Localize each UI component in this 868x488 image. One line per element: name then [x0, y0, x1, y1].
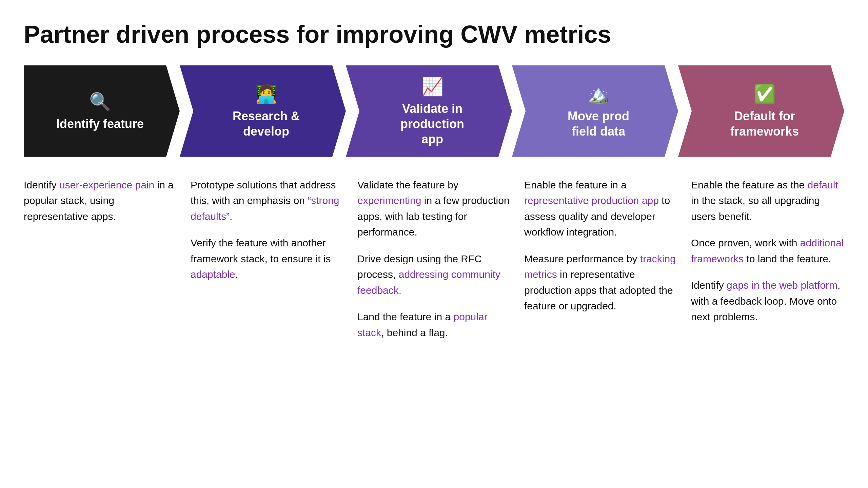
link-text: tracking metrics — [524, 253, 676, 280]
link-text: “strong defaults” — [191, 195, 339, 222]
link-text: adaptable — [191, 269, 235, 280]
paragraph-1-1: Verify the feature with another framewor… — [191, 235, 344, 283]
content-col-0: Identify user-experience pain in a popul… — [24, 177, 191, 225]
arrow-item-research: 🧑‍💻Research & develop — [180, 65, 346, 157]
content-col-1: Prototype solutions that address this, w… — [191, 177, 357, 283]
paragraph-4-2: Identify gaps in the web platform, with … — [691, 278, 844, 325]
arrow-label-validate: Validate in production app — [400, 101, 464, 147]
paragraph-3-0: Enable the feature in a representative p… — [524, 177, 677, 240]
paragraph-2-0: Validate the feature by experimenting in… — [357, 177, 511, 240]
link-text: user-experience pain — [59, 179, 154, 190]
link-text: representative production app — [524, 195, 659, 206]
link-text: popular stack — [357, 311, 488, 338]
paragraph-2-1: Drive design using the RFC process, addr… — [357, 251, 511, 299]
paragraph-2-2: Land the feature in a popular stack, beh… — [357, 309, 511, 341]
arrow-label-identify: Identify feature — [56, 116, 144, 131]
arrow-icon-validate: 📈 — [421, 76, 443, 98]
arrow-label-default: Default for frameworks — [730, 108, 799, 139]
content-col-4: Enable the feature as the default in the… — [691, 177, 844, 325]
link-text: default — [808, 179, 838, 190]
link-text: gaps in the web platform — [727, 280, 837, 291]
page-title: Partner driven process for improving CWV… — [24, 20, 844, 48]
arrow-icon-research: 🧑‍💻 — [255, 83, 277, 105]
content-col-3: Enable the feature in a representative p… — [524, 177, 691, 314]
paragraph-1-0: Prototype solutions that address this, w… — [191, 177, 344, 225]
arrow-icon-default: ✅ — [754, 83, 776, 105]
arrow-row: 🔍Identify feature🧑‍💻Research & develop📈V… — [24, 65, 844, 157]
paragraph-4-0: Enable the feature as the default in the… — [691, 177, 844, 225]
arrow-item-identify: 🔍Identify feature — [24, 65, 180, 157]
link-text: experimenting — [357, 195, 421, 206]
arrow-icon-move: 🏔️ — [588, 83, 610, 105]
link-text: additional frameworks — [691, 237, 844, 264]
arrow-item-default: ✅Default for frameworks — [678, 65, 844, 157]
content-row: Identify user-experience pain in a popul… — [24, 177, 844, 341]
arrow-label-move: Move prod field data — [568, 108, 629, 139]
content-col-2: Validate the feature by experimenting in… — [357, 177, 524, 341]
link-text: addressing community feedback. — [357, 269, 500, 296]
arrow-item-move: 🏔️Move prod field data — [512, 65, 678, 157]
arrow-label-research: Research & develop — [233, 108, 300, 139]
paragraph-4-1: Once proven, work with additional framew… — [691, 235, 844, 267]
paragraph-0-0: Identify user-experience pain in a popul… — [24, 177, 177, 225]
arrow-icon-identify: 🔍 — [89, 91, 111, 113]
arrow-item-validate: 📈Validate in production app — [346, 65, 512, 157]
paragraph-3-1: Measure performance by tracking metrics … — [524, 251, 677, 314]
